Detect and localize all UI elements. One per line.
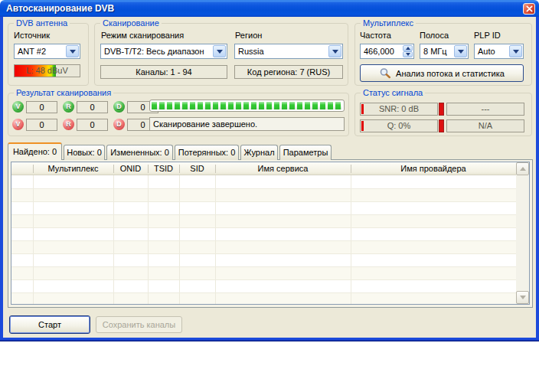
region-select[interactable]: Russia [234, 44, 343, 59]
header-separator [33, 165, 34, 173]
grid-row-line [11, 201, 516, 202]
scan-status-text: Сканирование завершено. [149, 117, 345, 131]
titlebar: Автосканирование DVB [0, 0, 539, 17]
analyze-stream-button-label: Анализ потока и статистика [396, 69, 505, 78]
column-header-service-name[interactable]: Имя сервиса [215, 163, 351, 175]
bandwidth-select[interactable]: 8 МГц [420, 44, 469, 59]
progress-bar-fill [152, 102, 342, 109]
plp-id-value: Auto [475, 47, 508, 56]
r-fail-indicator-icon: R [63, 119, 74, 130]
region-dropdown-button [328, 45, 341, 57]
tab-new[interactable]: Новых: 0 [64, 145, 105, 160]
chevron-down-icon [513, 50, 519, 54]
tab-lost[interactable]: Потерянных: 0 [175, 145, 239, 160]
spin-down-button[interactable] [403, 51, 413, 57]
close-button[interactable] [523, 3, 535, 15]
spinner-down-icon [406, 53, 410, 56]
column-header-tsid[interactable]: TSID [148, 163, 179, 175]
tab-found[interactable]: Найдено: 0 [8, 142, 62, 160]
save-channels-button[interactable]: Сохранить каналы [96, 316, 182, 333]
tab-parameters[interactable]: Параметры [279, 145, 332, 160]
v-fail-indicator-icon: V [12, 119, 24, 130]
quality-indicator: Q: 0% [360, 119, 438, 132]
bandwidth-dropdown-button [454, 45, 467, 57]
column-header-empty[interactable] [11, 163, 33, 175]
column-header-sid[interactable]: SID [179, 163, 215, 175]
r-ok-indicator-icon: R [63, 101, 74, 113]
header-separator [215, 165, 216, 173]
snr-label: SNR: 0 dB [379, 104, 419, 113]
grid-row-line [11, 266, 516, 267]
frequency-input[interactable] [361, 44, 403, 58]
snr-level-bar [361, 104, 364, 114]
frequency-spin-buttons [403, 44, 413, 58]
r-fail-count: 0 [77, 119, 108, 131]
table-body [11, 175, 516, 305]
antenna-source-value: ANT #2 [15, 47, 65, 56]
channels-table[interactable]: Мультиплекс ONID TSID SID Имя сервиса Им… [11, 162, 530, 305]
plp-id-select[interactable]: Auto [474, 44, 524, 59]
column-header-onid[interactable]: ONID [113, 163, 148, 175]
column-header-multiplex[interactable]: Мультиплекс [33, 163, 113, 175]
plp-id-label: PLP ID [474, 31, 501, 40]
scan-mode-label: Режим сканирования [101, 31, 184, 40]
scroll-up-button[interactable] [516, 162, 529, 175]
scan-result-group-title: Результат сканирования [14, 88, 113, 97]
close-icon [526, 5, 533, 12]
region-label: Регион [235, 31, 262, 40]
column-header-provider-name[interactable]: Имя провайдера [351, 163, 516, 175]
signal-status-group-title: Статус сигнала [361, 88, 425, 97]
scrollbar-up-icon [520, 167, 526, 171]
table-header: Мультиплекс ONID TSID SID Имя сервиса Им… [11, 162, 516, 175]
scan-mode-select[interactable]: DVB-T/T2: Весь диапазон [100, 44, 227, 59]
signal-level-bar: L: 48 dBuV [14, 64, 80, 77]
frequency-label: Частота [360, 31, 391, 40]
header-separator [148, 165, 149, 173]
quality-alert-icon [439, 119, 444, 132]
scan-mode-dropdown-button [213, 45, 226, 57]
snr-indicator: SNR: 0 dB [360, 103, 438, 116]
grid-row-line [11, 253, 516, 254]
window-border-right [536, 17, 539, 341]
grid-row-line [11, 227, 516, 228]
d-ok-indicator-icon: D [113, 101, 125, 113]
region-code-info: Код региона: 7 (RUS) [234, 65, 343, 79]
window-border-bottom [0, 338, 539, 341]
header-separator [113, 165, 114, 173]
vertical-scrollbar[interactable] [516, 162, 529, 304]
window-title: Автосканирование DVB [6, 3, 114, 14]
tab-changed[interactable]: Измененных: 0 [106, 145, 173, 160]
tab-log[interactable]: Журнал [240, 145, 278, 160]
scrollbar-down-icon [520, 296, 526, 299]
scroll-down-button[interactable] [516, 291, 529, 304]
v-ok-indicator-icon: V [12, 101, 24, 113]
start-button[interactable]: Старт [9, 315, 90, 334]
chevron-down-icon [458, 50, 464, 54]
analyze-stream-button[interactable]: Анализ потока и статистика [360, 64, 524, 82]
header-separator [351, 165, 351, 173]
snr-value: --- [446, 103, 524, 116]
d-fail-indicator-icon: D [113, 119, 125, 130]
quality-label: Q: 0% [387, 121, 411, 130]
grid-row-line [11, 240, 516, 241]
plp-id-dropdown-button [509, 45, 522, 57]
scanning-group-title: Сканирование [100, 18, 162, 28]
snr-alert-icon [439, 103, 444, 116]
antenna-group-title: DVB антенна [14, 18, 70, 28]
grid-row-line [11, 292, 516, 293]
bandwidth-value: 8 МГц [420, 47, 453, 56]
grid-row-line [11, 279, 516, 280]
spin-up-button[interactable] [403, 45, 413, 51]
v-ok-count: 0 [26, 101, 57, 113]
dialog-window: Автосканирование DVB DVB антенна Источни… [0, 0, 539, 341]
scan-mode-value: DVB-T/T2: Весь диапазон [101, 47, 212, 56]
r-ok-count: 0 [77, 101, 108, 113]
channels-range-info: Каналы: 1 - 94 [100, 65, 227, 79]
grid-row-line [11, 214, 516, 215]
spinner-up-icon [406, 47, 410, 50]
grid-row-line [11, 188, 516, 189]
window-border-left [0, 17, 3, 341]
antenna-source-select[interactable]: ANT #2 [14, 44, 80, 59]
frequency-spinner [360, 44, 414, 59]
bandwidth-label: Полоса [420, 31, 449, 40]
